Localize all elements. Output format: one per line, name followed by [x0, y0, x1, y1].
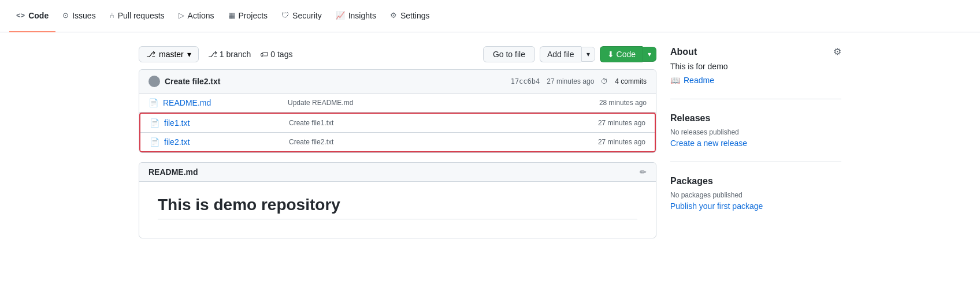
nav-projects[interactable]: ▦ Projects	[221, 0, 275, 32]
code-icon: ⬇	[607, 50, 617, 59]
file-table: Create file2.txt 17cc6b4 27 minutes ago …	[139, 69, 656, 153]
edit-icon[interactable]: ✏	[640, 167, 647, 177]
sidebar-releases-section: Releases No releases published Create a …	[670, 113, 841, 162]
add-file-button-group: Add file ▾	[540, 46, 595, 62]
nav-actions[interactable]: ▷ Actions	[172, 0, 221, 32]
go-to-file-button[interactable]: Go to file	[483, 46, 535, 62]
branch-right: Go to file Add file ▾ ⬇ Code ▾	[483, 46, 656, 62]
commit-time: 27 minutes ago	[547, 77, 594, 85]
commit-right: 17cc6b4 27 minutes ago ⏱ 4 commits	[511, 77, 647, 85]
tag-icon: 🏷	[260, 50, 268, 59]
chevron-down-icon: ▾	[187, 50, 191, 59]
top-navigation: <> Code ⊙ Issues ⑃ Pull requests ▷ Actio…	[0, 0, 980, 32]
file-commit-file1: Create file1.txt	[280, 119, 598, 127]
pull-requests-icon: ⑃	[110, 11, 114, 20]
file-time-file1: 27 minutes ago	[598, 119, 645, 127]
code-dropdown[interactable]: ▾	[643, 47, 656, 62]
insights-icon: 📈	[336, 11, 345, 20]
nav-issues[interactable]: ⊙ Issues	[55, 0, 102, 32]
avatar	[149, 76, 160, 87]
file-row-file2[interactable]: 📄 file2.txt Create file2.txt 27 minutes …	[140, 133, 655, 151]
code-icon: <>	[16, 11, 25, 20]
projects-icon: ▦	[228, 11, 235, 20]
commit-left: Create file2.txt	[149, 76, 220, 87]
packages-muted: No packages published	[670, 191, 841, 199]
commit-message: Create file2.txt	[165, 77, 220, 86]
file-icon: 📄	[150, 137, 159, 147]
sidebar: About ⚙ This is for demo 📖 Readme Releas…	[670, 46, 841, 238]
actions-icon: ▷	[179, 11, 184, 20]
file-time-file2: 27 minutes ago	[598, 138, 645, 146]
file-row-readme[interactable]: 📄 README.md Update README.md 28 minutes …	[139, 94, 656, 113]
sidebar-packages-title: Packages	[670, 176, 713, 186]
branch-icon: ⎇	[146, 50, 155, 59]
highlighted-files-group: 📄 file1.txt Create file1.txt 27 minutes …	[139, 113, 656, 152]
security-icon: 🛡	[281, 11, 289, 20]
code-button[interactable]: ⬇ Code	[600, 46, 643, 62]
commit-header: Create file2.txt 17cc6b4 27 minutes ago …	[139, 70, 656, 94]
sidebar-about-section: About ⚙ This is for demo 📖 Readme	[670, 46, 841, 99]
sidebar-description: This is for demo	[670, 62, 841, 71]
book-icon: 📖	[670, 76, 680, 85]
main-container: ⎇ master ▾ ⎇ 1 branch 🏷 0 tags Go to f	[120, 32, 860, 252]
file-name-file2[interactable]: file2.txt	[164, 137, 280, 147]
code-button-group: ⬇ Code ▾	[600, 46, 656, 62]
readme-box: README.md ✏ This is demo repository	[139, 162, 656, 238]
sidebar-packages-section: Packages No packages published Publish y…	[670, 176, 841, 225]
gear-icon[interactable]: ⚙	[833, 46, 841, 57]
add-file-button[interactable]: Add file	[540, 46, 581, 62]
readme-heading: This is demo repository	[158, 196, 637, 219]
sidebar-releases-header: Releases	[670, 113, 841, 124]
create-release-link[interactable]: Create a new release	[670, 139, 747, 148]
readme-title: README.md	[149, 167, 198, 177]
file-time-readme: 28 minutes ago	[599, 99, 647, 107]
commits-link[interactable]: 4 commits	[615, 77, 647, 85]
releases-muted: No releases published	[670, 128, 841, 136]
nav-insights[interactable]: 📈 Insights	[329, 0, 383, 32]
file-row-file1[interactable]: 📄 file1.txt Create file1.txt 27 minutes …	[140, 114, 655, 133]
settings-icon: ⚙	[390, 11, 397, 20]
file-icon: 📄	[150, 118, 159, 128]
readme-header: README.md ✏	[139, 163, 656, 182]
commit-sha: 17cc6b4	[511, 77, 540, 85]
add-file-dropdown[interactable]: ▾	[581, 47, 595, 62]
file-commit-readme: Update README.md	[279, 99, 599, 107]
sidebar-about-title: About	[670, 47, 697, 57]
file-name-file1[interactable]: file1.txt	[164, 118, 280, 128]
publish-package-link[interactable]: Publish your first package	[670, 201, 763, 211]
file-name-readme[interactable]: README.md	[163, 98, 279, 107]
nav-settings[interactable]: ⚙ Settings	[383, 0, 437, 32]
sidebar-releases-title: Releases	[670, 113, 710, 124]
readme-link[interactable]: 📖 Readme	[670, 76, 841, 85]
issues-icon: ⊙	[62, 11, 69, 20]
branch-selector[interactable]: ⎇ master ▾	[139, 46, 199, 62]
tags-link[interactable]: 🏷 0 tags	[260, 50, 292, 59]
branches-link[interactable]: ⎇ 1 branch	[208, 50, 251, 59]
branch-left: ⎇ master ▾ ⎇ 1 branch 🏷 0 tags	[139, 46, 292, 62]
sidebar-packages-header: Packages	[670, 176, 841, 186]
clock-icon: ⏱	[601, 77, 608, 85]
sidebar-about-header: About ⚙	[670, 46, 841, 57]
nav-security[interactable]: 🛡 Security	[274, 0, 329, 32]
file-icon: 📄	[149, 98, 158, 107]
nav-pull-requests[interactable]: ⑃ Pull requests	[103, 0, 172, 32]
nav-code[interactable]: <> Code	[9, 0, 55, 32]
repo-content: ⎇ master ▾ ⎇ 1 branch 🏷 0 tags Go to f	[139, 46, 656, 238]
branch-count-icon: ⎇	[208, 50, 217, 59]
file-commit-file2: Create file2.txt	[280, 138, 598, 146]
readme-content: This is demo repository	[139, 182, 656, 238]
branch-bar: ⎇ master ▾ ⎇ 1 branch 🏷 0 tags Go to f	[139, 46, 656, 62]
branch-meta: ⎇ 1 branch 🏷 0 tags	[208, 50, 293, 59]
